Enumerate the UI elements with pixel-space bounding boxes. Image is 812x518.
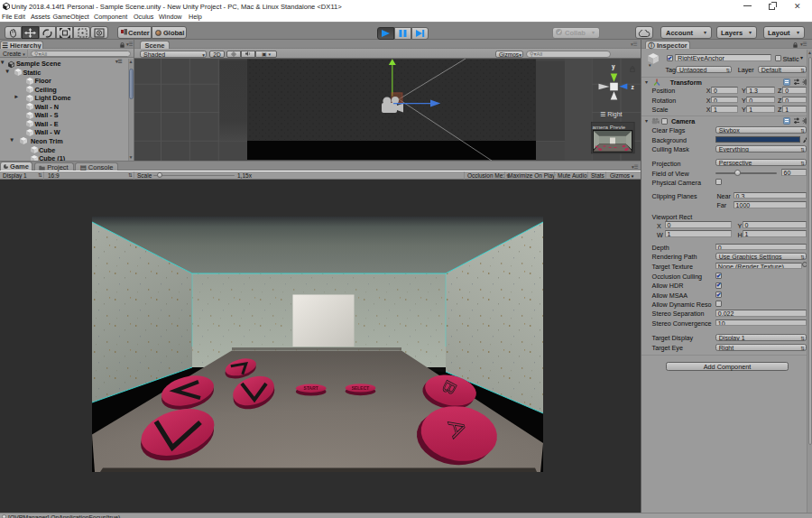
svg-text:y: y [612,63,615,70]
svg-text:SELECT: SELECT [352,385,370,391]
svg-text:START: START [304,385,318,391]
svg-text:amera Previe: amera Previe [593,123,626,129]
svg-text:☰ Right: ☰ Right [600,111,623,118]
